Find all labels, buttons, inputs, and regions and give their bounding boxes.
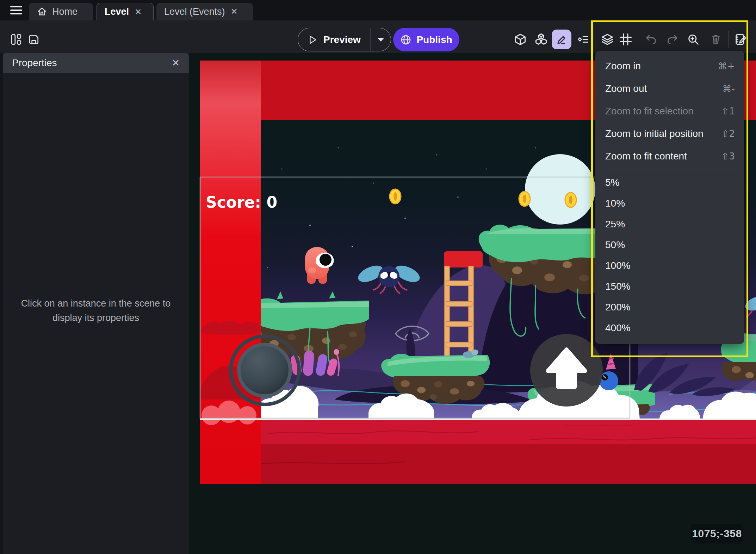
preview-label: Preview bbox=[323, 34, 361, 45]
hamburger-icon bbox=[10, 6, 22, 7]
cursor-coordinates-badge: 1075;-358 bbox=[691, 524, 743, 543]
panel-layout-icon bbox=[10, 33, 22, 45]
publish-button[interactable]: Publish bbox=[393, 28, 459, 51]
notebook-edit-icon bbox=[734, 33, 747, 46]
toolbar-separator bbox=[638, 31, 638, 48]
zoom-button[interactable] bbox=[685, 31, 702, 48]
play-icon bbox=[307, 34, 318, 45]
toolbar-separator bbox=[728, 31, 729, 48]
tab-bar: Home Level ✕ Level (Events) ✕ bbox=[0, 0, 756, 20]
tab-home[interactable]: Home bbox=[29, 3, 93, 20]
layers-icon bbox=[601, 33, 614, 46]
publish-label: Publish bbox=[416, 34, 452, 45]
preview-options-button[interactable] bbox=[371, 28, 391, 51]
objects-3d-button[interactable] bbox=[512, 31, 529, 48]
zoom-in-icon bbox=[687, 33, 700, 46]
cube-icon bbox=[514, 33, 527, 46]
red-ground-dark bbox=[200, 444, 756, 484]
objects-list-button[interactable] bbox=[533, 31, 550, 48]
menu-item-zoom-150[interactable]: 150% bbox=[595, 276, 744, 297]
open-panels-button[interactable] bbox=[8, 31, 25, 48]
stacked-cubes-icon bbox=[534, 33, 548, 46]
menu-item-zoom-10[interactable]: 10% bbox=[595, 193, 744, 214]
pencil-icon bbox=[555, 33, 568, 46]
shortcut-label: ⌘- bbox=[723, 83, 735, 94]
edit-scene-properties-button[interactable] bbox=[732, 31, 749, 48]
preview-button[interactable]: Preview bbox=[298, 28, 391, 51]
close-icon[interactable]: ✕ bbox=[134, 7, 142, 17]
menu-item-zoom-out[interactable]: Zoom out ⌘- bbox=[595, 77, 744, 100]
jump-button-instance[interactable] bbox=[530, 334, 603, 407]
tab-level-events[interactable]: Level (Events) ✕ bbox=[156, 3, 253, 20]
trash-icon bbox=[710, 33, 722, 45]
shortcut-label: ⇧3 bbox=[721, 151, 735, 162]
menu-divider bbox=[604, 170, 736, 170]
close-icon[interactable]: ✕ bbox=[172, 58, 180, 68]
grid-icon bbox=[619, 33, 632, 46]
moon-instance[interactable] bbox=[525, 154, 595, 225]
main-menu-button[interactable] bbox=[6, 2, 27, 18]
close-icon[interactable]: ✕ bbox=[230, 7, 238, 17]
menu-item-zoom-fit-content[interactable]: Zoom to fit content ⇧3 bbox=[595, 145, 744, 168]
app-window: Home Level ✕ Level (Events) ✕ Preview bbox=[0, 0, 756, 554]
zoom-dropdown-menu: Zoom in ⌘+ Zoom out ⌘- Zoom to fit selec… bbox=[595, 51, 744, 344]
tab-label: Level (Events) bbox=[164, 6, 225, 17]
shortcut-label: ⇧2 bbox=[721, 128, 735, 139]
menu-item-zoom-400[interactable]: 400% bbox=[595, 317, 744, 338]
shortcut-label: ⇧1 bbox=[721, 106, 735, 117]
instances-list-button[interactable] bbox=[574, 31, 591, 48]
menu-item-zoom-100[interactable]: 100% bbox=[595, 255, 744, 276]
score-text-instance[interactable]: Score: 0 bbox=[206, 193, 277, 211]
instances-list-icon bbox=[576, 33, 589, 46]
delete-button[interactable] bbox=[707, 31, 724, 48]
redo-icon bbox=[667, 33, 679, 46]
ground-line bbox=[200, 418, 756, 420]
save-icon bbox=[28, 33, 40, 45]
tab-level[interactable]: Level ✕ bbox=[97, 3, 154, 20]
undo-icon bbox=[644, 33, 657, 46]
home-icon bbox=[37, 6, 47, 17]
properties-panel-header: Properties ✕ bbox=[3, 53, 189, 73]
layers-button[interactable] bbox=[599, 31, 616, 48]
properties-empty-message: Click on an instance in the scene to dis… bbox=[3, 296, 189, 325]
tab-label: Home bbox=[52, 6, 78, 17]
tab-label: Level bbox=[105, 6, 129, 17]
joystick-instance[interactable] bbox=[231, 336, 299, 404]
menu-item-zoom-200[interactable]: 200% bbox=[595, 297, 744, 317]
menu-item-zoom-fit-selection: Zoom to fit selection ⇧1 bbox=[595, 100, 744, 122]
save-button[interactable] bbox=[25, 31, 42, 48]
menu-item-zoom-in[interactable]: Zoom in ⌘+ bbox=[595, 55, 744, 77]
menu-item-zoom-initial-position[interactable]: Zoom to initial position ⇧2 bbox=[595, 122, 744, 145]
menu-item-zoom-5[interactable]: 5% bbox=[595, 172, 744, 193]
grid-button[interactable] bbox=[617, 31, 634, 48]
chevron-down-icon bbox=[377, 37, 385, 42]
properties-panel: Properties ✕ Click on an instance in the… bbox=[3, 53, 189, 554]
redo-button[interactable] bbox=[664, 31, 681, 48]
menu-item-zoom-25[interactable]: 25% bbox=[595, 214, 744, 234]
shortcut-label: ⌘+ bbox=[718, 61, 735, 71]
edit-tool-button-active[interactable] bbox=[552, 30, 571, 49]
panel-title: Properties bbox=[12, 57, 57, 69]
globe-icon bbox=[400, 34, 411, 45]
menu-item-zoom-50[interactable]: 50% bbox=[595, 234, 744, 255]
undo-button[interactable] bbox=[642, 31, 659, 48]
